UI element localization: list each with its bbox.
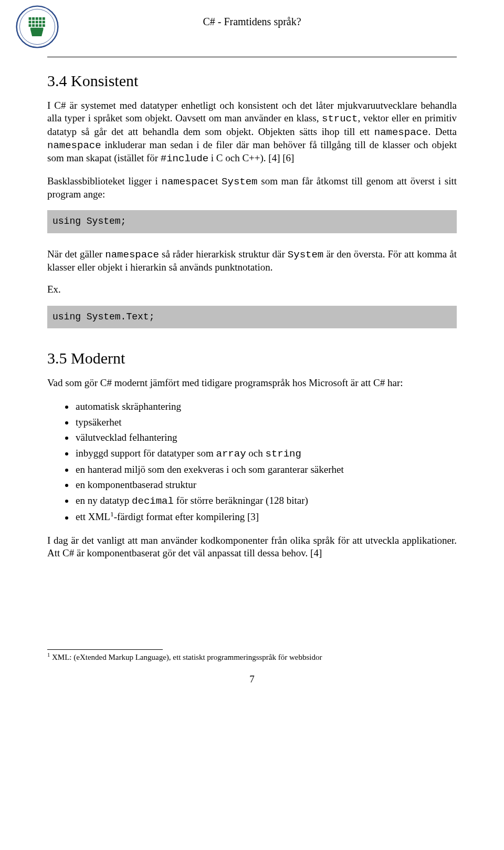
svg-point-1 [19, 9, 55, 44]
footnote-1: 1 XML: (eXtended Markup Language), ett s… [47, 652, 457, 662]
svg-rect-12 [29, 24, 32, 27]
para-3-5-outro: I dag är det vanligt att man använder ko… [47, 534, 457, 560]
code-decimal: decimal [132, 495, 174, 507]
page-number: 7 [47, 673, 457, 685]
list-text: -färdigt format efter kompilering [3] [114, 512, 259, 523]
feature-list: automatisk skräphantering typsäkerhet vä… [47, 399, 457, 525]
svg-rect-17 [30, 28, 44, 29]
list-text: inbyggd support för datatyper som [76, 448, 216, 459]
list-text: typsäkerhet [76, 417, 122, 428]
text-span: Basklassbiblioteket ligger i [47, 175, 161, 186]
svg-rect-14 [36, 24, 38, 27]
example-label: Ex. [47, 283, 457, 296]
page-header: C# - Framtidens språk? [47, 11, 457, 53]
list-item: automatisk skräphantering [75, 399, 457, 414]
svg-rect-2 [29, 17, 32, 20]
page: C# - Framtidens språk? 3.4 Konsistent I … [0, 0, 504, 706]
list-text: ett XML [76, 512, 110, 523]
bth-logo [16, 5, 59, 48]
text-span: När det gäller [47, 248, 105, 260]
list-item: en hanterad miljö som den exekveras i oc… [75, 462, 457, 477]
svg-rect-4 [36, 17, 38, 20]
para-3-4-3: När det gäller namespace så råder hierar… [47, 248, 457, 274]
list-item: en ny datatyp decimal för större beräkni… [75, 493, 457, 509]
list-item: typsäkerhet [75, 414, 457, 430]
list-text: och [246, 448, 266, 459]
footnote-ref: 1 [110, 510, 114, 518]
list-text: välutvecklad felhantering [76, 432, 177, 443]
svg-rect-10 [39, 21, 41, 24]
code-namespace: namespace [105, 249, 159, 261]
running-header-title: C# - Framtidens språk? [47, 11, 457, 28]
text-span: i C och C++). [4] [6] [208, 152, 294, 163]
code-include: #include [161, 153, 208, 164]
text-span: . Detta [428, 126, 457, 137]
heading-3-5: 3.5 Modernt [47, 349, 457, 367]
para-3-5-intro: Vad som gör C# modernt jämfört med tidig… [47, 377, 457, 389]
list-text: automatisk skräphantering [76, 401, 181, 412]
list-item: inbyggd support för datatyper som array … [75, 445, 457, 462]
svg-rect-16 [43, 24, 45, 27]
footnote-text: XML: (eXtended Markup Language), ett sta… [50, 653, 322, 661]
code-namespace: namespace [47, 140, 101, 151]
svg-rect-9 [36, 21, 38, 24]
list-text: för större beräkningar (128 bitar) [174, 495, 308, 506]
list-item: välutvecklad felhantering [75, 430, 457, 445]
footnote-separator [47, 649, 163, 650]
code-system: System [288, 249, 323, 261]
code-block-using-system: using System; [47, 210, 457, 233]
header-rule [47, 57, 457, 57]
heading-3-4: 3.4 Konsistent [47, 72, 457, 90]
list-item: ett XML1-färdigt format efter kompilerin… [75, 509, 457, 525]
list-text: en hanterad miljö som den exekveras i oc… [76, 464, 344, 475]
svg-rect-8 [32, 21, 35, 24]
code-struct: struct [322, 113, 358, 125]
list-text: en komponentbaserad struktur [76, 479, 196, 490]
list-item: en komponentbaserad struktur [75, 477, 457, 492]
code-string: string [266, 448, 301, 460]
code-block-using-system-text: using System.Text; [47, 306, 457, 328]
text-span: så råder hierarkisk struktur där [159, 248, 288, 260]
code-namespace: namespace [161, 176, 215, 188]
code-array: array [216, 448, 246, 460]
svg-rect-5 [39, 17, 41, 20]
text-span: t [215, 175, 222, 186]
para-3-4-1: I C# är systemet med datatyper enhetligt… [47, 99, 457, 165]
code-system: System [222, 176, 257, 188]
svg-rect-7 [29, 21, 32, 24]
list-text: en ny datatyp [76, 495, 132, 506]
svg-rect-15 [39, 24, 41, 27]
para-3-4-2: Basklassbiblioteket ligger i namespacet … [47, 175, 457, 201]
svg-rect-11 [43, 21, 45, 24]
svg-rect-3 [32, 17, 35, 20]
svg-rect-13 [32, 24, 35, 27]
svg-rect-6 [43, 17, 45, 20]
code-namespace: namespace [374, 127, 428, 138]
